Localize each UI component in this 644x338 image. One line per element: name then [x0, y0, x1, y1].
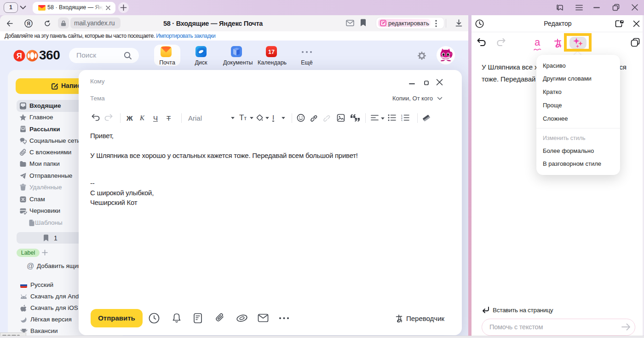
svg-text:Я: Я: [27, 21, 30, 26]
svg-text:17: 17: [268, 49, 275, 55]
svg-text:3: 3: [401, 120, 403, 121]
svg-text:Я: Я: [17, 52, 22, 60]
